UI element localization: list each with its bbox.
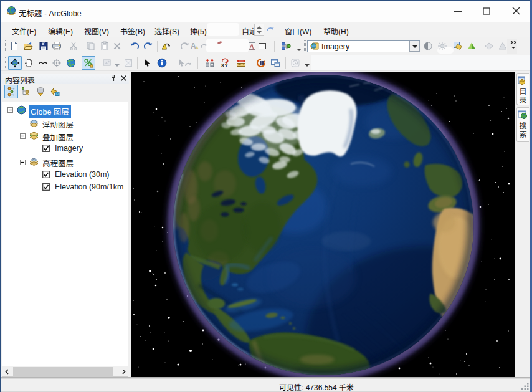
svg-text:XY: XY xyxy=(221,62,229,69)
